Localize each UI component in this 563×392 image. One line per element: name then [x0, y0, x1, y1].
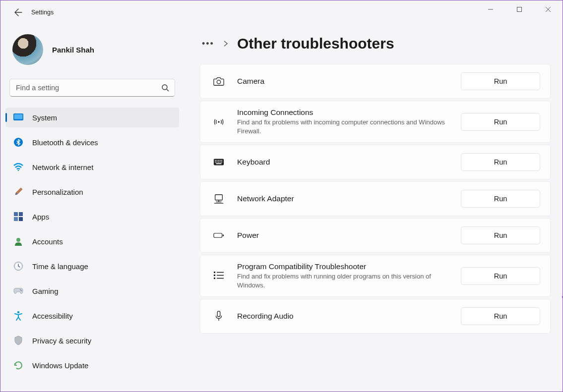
- svg-rect-38: [214, 272, 215, 273]
- run-button[interactable]: Run: [461, 226, 540, 244]
- breadcrumb-more-icon[interactable]: •••: [202, 39, 214, 49]
- sidebar-nav: System Bluetooth & devices Network & int…: [5, 108, 179, 375]
- run-button[interactable]: Run: [461, 72, 540, 90]
- svg-line-3: [167, 89, 169, 91]
- svg-rect-9: [19, 212, 23, 216]
- minimize-icon: [488, 6, 494, 12]
- svg-rect-1: [517, 7, 522, 12]
- svg-rect-37: [223, 234, 224, 236]
- troubleshooter-power: Power Run: [200, 218, 551, 253]
- sidebar-item-personalization[interactable]: Personalization: [5, 182, 179, 202]
- maximize-icon: [516, 6, 522, 12]
- svg-point-7: [18, 170, 19, 171]
- run-button[interactable]: Run: [461, 267, 540, 285]
- sidebar-item-bluetooth[interactable]: Bluetooth & devices: [5, 132, 179, 152]
- bluetooth-icon: [13, 137, 23, 147]
- svg-rect-25: [221, 160, 222, 161]
- sidebar-item-label: System: [32, 113, 57, 122]
- svg-point-2: [162, 85, 167, 90]
- sidebar-item-label: Gaming: [32, 287, 59, 295]
- window-title: Settings: [31, 9, 54, 16]
- program-list-icon: [212, 270, 225, 282]
- svg-rect-22: [216, 160, 217, 161]
- titlebar: Settings: [0, 0, 563, 24]
- close-icon: [545, 6, 551, 12]
- run-button[interactable]: Run: [461, 113, 540, 131]
- breadcrumb: ••• Other troubleshooters: [202, 35, 551, 52]
- shield-icon: [13, 336, 23, 345]
- accessibility-icon: [13, 311, 23, 321]
- troubleshooter-title: Camera: [237, 77, 453, 86]
- paintbrush-icon: [13, 187, 23, 197]
- troubleshooter-title: Program Compatibility Troubleshooter: [237, 262, 453, 271]
- sidebar-item-accounts[interactable]: Accounts: [5, 231, 179, 251]
- svg-rect-30: [221, 162, 222, 163]
- troubleshooter-keyboard: Keyboard Run: [200, 145, 551, 179]
- troubleshooter-recording-audio: Recording Audio Run: [200, 299, 551, 334]
- troubleshooter-title: Keyboard: [237, 158, 453, 167]
- main-content: ••• Other troubleshooters Camera Run Inc: [184, 24, 563, 392]
- gamepad-icon: [13, 286, 23, 296]
- svg-rect-5: [14, 114, 23, 119]
- person-icon: [13, 236, 23, 246]
- sidebar-item-network[interactable]: Network & internet: [5, 157, 179, 177]
- svg-point-12: [16, 238, 20, 242]
- sidebar-item-gaming[interactable]: Gaming: [5, 281, 179, 301]
- sidebar-item-label: Apps: [32, 213, 49, 221]
- wifi-icon: [13, 162, 23, 172]
- troubleshooter-title: Power: [237, 231, 453, 240]
- minimize-button[interactable]: [476, 0, 505, 18]
- search-icon: [161, 84, 169, 92]
- sidebar-item-label: Accessibility: [32, 312, 73, 320]
- avatar: [12, 34, 43, 65]
- run-button[interactable]: Run: [461, 153, 540, 171]
- sidebar-item-label: Personalization: [32, 188, 83, 196]
- sidebar-item-label: Network & internet: [32, 163, 93, 171]
- troubleshooter-incoming-connections: Incoming Connections Find and fix proble…: [200, 101, 551, 143]
- troubleshooter-desc: Find and fix problems with running older…: [237, 272, 453, 289]
- svg-rect-40: [214, 278, 215, 279]
- troubleshooter-camera: Camera Run: [200, 64, 551, 99]
- antenna-icon: [212, 115, 225, 128]
- sidebar-item-privacy[interactable]: Privacy & security: [5, 331, 179, 350]
- troubleshooter-title: Incoming Connections: [237, 108, 453, 117]
- sidebar-item-label: Privacy & security: [32, 336, 91, 345]
- troubleshooter-network-adapter: Network Adapter Run: [200, 181, 551, 216]
- sidebar-item-label: Bluetooth & devices: [32, 138, 98, 147]
- battery-icon: [212, 229, 225, 242]
- annotation-arrow: [560, 274, 563, 303]
- sidebar-item-time[interactable]: Time & language: [5, 256, 179, 276]
- username: Pankil Shah: [52, 46, 94, 54]
- back-button[interactable]: [10, 4, 26, 20]
- svg-rect-27: [216, 162, 217, 163]
- sidebar-item-apps[interactable]: Apps: [5, 207, 179, 226]
- run-button[interactable]: Run: [461, 307, 540, 325]
- svg-rect-31: [216, 163, 222, 164]
- search-input[interactable]: [9, 79, 175, 97]
- close-button[interactable]: [534, 0, 563, 18]
- svg-rect-28: [218, 162, 219, 163]
- sidebar-item-accessibility[interactable]: Accessibility: [5, 306, 179, 326]
- sidebar: Pankil Shah System Bluetooth & devices: [0, 24, 184, 392]
- sidebar-item-label: Time & language: [32, 262, 88, 271]
- sidebar-item-label: Accounts: [32, 237, 63, 246]
- troubleshooter-title: Recording Audio: [237, 312, 453, 321]
- svg-rect-44: [217, 311, 220, 317]
- sidebar-item-system[interactable]: System: [5, 108, 179, 127]
- camera-icon: [212, 75, 225, 88]
- sidebar-item-update[interactable]: Windows Update: [5, 355, 179, 375]
- svg-rect-32: [215, 195, 223, 200]
- svg-point-15: [20, 289, 21, 290]
- svg-rect-10: [14, 217, 18, 221]
- profile-block[interactable]: Pankil Shah: [5, 24, 179, 79]
- clock-icon: [13, 261, 23, 271]
- svg-point-18: [217, 80, 220, 84]
- svg-rect-23: [218, 160, 219, 161]
- svg-point-16: [21, 290, 22, 291]
- svg-rect-8: [14, 212, 18, 216]
- svg-rect-29: [220, 162, 221, 163]
- apps-icon: [13, 212, 23, 222]
- run-button[interactable]: Run: [461, 190, 540, 208]
- maximize-button[interactable]: [505, 0, 534, 18]
- svg-rect-36: [214, 233, 222, 237]
